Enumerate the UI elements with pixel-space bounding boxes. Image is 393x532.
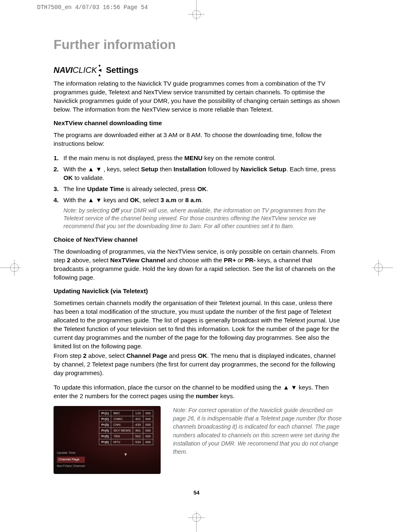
- arrow-down-icon: ▼: [96, 196, 102, 203]
- step-num: 1.: [54, 154, 63, 162]
- step-text: With the ▲ ▼ keys and OK, select 3 a.m o…: [63, 196, 342, 204]
- channel-page-screenshot: Pr(1)BBC110000 Pr(2)CNBC421000 Pr(3)CNN4…: [54, 406, 161, 474]
- steps-list: 1. If the main menu is not displayed, pr…: [54, 154, 342, 204]
- figure-row: Pr(1)BBC110000 Pr(2)CNBC421000 Pr(3)CNN4…: [54, 406, 342, 474]
- section1-title: NexTView channel downloading time: [54, 119, 342, 126]
- print-header: DTH7500_en 4/07/03 16:56 Page 54: [37, 4, 148, 11]
- naviclick-click: CLICK: [73, 65, 97, 75]
- step-3: 3. The line Update Time is already selec…: [54, 184, 342, 193]
- arrow-up-icon: ▲: [88, 166, 94, 173]
- table-row: Pr(6)MTV534000: [99, 439, 153, 445]
- arrow-down-icon: ▼: [96, 166, 102, 173]
- section2-title: Choice of NexTView channel: [54, 236, 342, 243]
- section1-note: Note: by selecting Off your DMR will use…: [63, 207, 342, 230]
- crop-mark-left: [0, 259, 21, 276]
- intro-text: The information relating to the Naviclic…: [54, 79, 342, 114]
- arrow-up-icon: ▲: [283, 384, 289, 391]
- step-num: 2.: [54, 165, 63, 182]
- channel-table: Pr(1)BBC110000 Pr(2)CNBC421000 Pr(3)CNN4…: [99, 410, 153, 445]
- page-number: 54: [194, 490, 199, 496]
- section1-intro: The programs are downloaded either at 3 …: [54, 131, 342, 148]
- logo-arrows-icon: ▼ ◀ ▲: [97, 66, 103, 75]
- section3-para3: To update this information, place the cu…: [54, 383, 342, 400]
- sidebar-item: Update Time: [57, 450, 85, 456]
- table-row: Pr(2)CNBC421000: [99, 416, 153, 422]
- section3-title: Updating Naviclick (via Teletext): [54, 287, 342, 294]
- step-num: 3.: [54, 184, 63, 193]
- naviclick-logo: NAVICLICK ▼ ◀ ▲: [54, 65, 103, 75]
- naviclick-navi: NAVI: [54, 65, 73, 75]
- sidebar-item-selected: Channel Page: [57, 457, 85, 463]
- table-row: Pr(3)CNN430000: [99, 422, 153, 427]
- step-1: 1. If the main menu is not displayed, pr…: [54, 154, 342, 162]
- crop-mark-bottom: [188, 511, 205, 532]
- step-text: The line Update Time is already selected…: [63, 184, 342, 193]
- figure-note: Note: For correct operation of the Navic…: [173, 406, 342, 474]
- scroll-down-icon: ▼: [124, 452, 128, 457]
- main-title: Further information: [54, 37, 342, 52]
- settings-title: NAVICLICK ▼ ◀ ▲ Settings: [54, 65, 342, 75]
- sidebar-item: NexTView Channel: [57, 464, 85, 469]
- table-row: Pr(1)BBC110000: [99, 410, 153, 416]
- step-4: 4. With the ▲ ▼ keys and OK, select 3 a.…: [54, 196, 342, 204]
- settings-label: Settings: [106, 65, 138, 75]
- page-content: Further information NAVICLICK ▼ ◀ ▲ Sett…: [54, 37, 342, 482]
- step-text: If the main menu is not displayed, press…: [63, 154, 342, 162]
- step-num: 4.: [54, 196, 63, 204]
- section3-para2: From step 2 above, select Channel Page a…: [54, 351, 342, 377]
- section2-text: The downloading of programmes, via the N…: [54, 247, 342, 282]
- arrow-down-icon: ▼: [291, 384, 297, 391]
- section3-para1: Sometimes certain channels modify the or…: [54, 299, 342, 350]
- step-2: 2. With the ▲ ▼ , keys, select Setup the…: [54, 165, 342, 182]
- table-row: Pr(4)SKY NEWS461000: [99, 427, 153, 433]
- step-text: With the ▲ ▼ , keys, select Setup then I…: [63, 165, 342, 182]
- table-row: Pr(5)TBN502000: [99, 433, 153, 439]
- arrow-up-icon: ▲: [88, 196, 94, 203]
- sidebar-labels: Update Time Channel Page NexTView Channe…: [57, 450, 85, 469]
- crop-mark-right: [372, 259, 393, 276]
- crop-mark-top: [188, 0, 205, 21]
